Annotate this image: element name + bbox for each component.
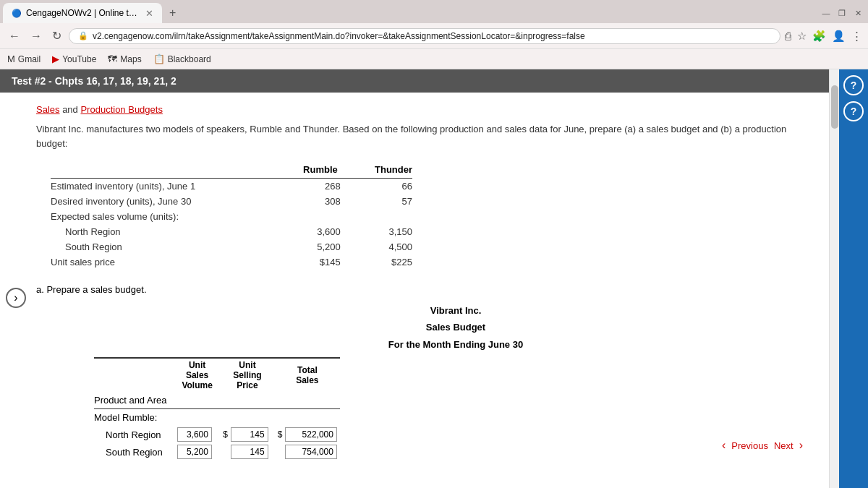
north-region-row[interactable]: North Region $ $ xyxy=(94,426,340,443)
north-price-input[interactable] xyxy=(231,427,268,442)
bookmark-youtube[interactable]: ▶ YouTube xyxy=(52,53,96,64)
help-button-2[interactable]: ? xyxy=(843,101,864,121)
vibrant-title-line2: Sales Budget xyxy=(94,319,817,335)
vibrant-title-line3: For the Month Ending June 30 xyxy=(94,336,817,353)
table-row: Expected sales volume (units): xyxy=(51,209,412,224)
chevron-right-icon: › xyxy=(799,439,803,452)
gmail-icon: M xyxy=(7,53,15,64)
col-unit-sales-header: Unit Sales Volume xyxy=(174,358,220,392)
col-unit-selling-header: Unit Selling Price xyxy=(220,358,274,392)
table-row: Unit sales price $145 $225 xyxy=(51,254,412,270)
tab-close-icon[interactable]: ✕ xyxy=(145,8,153,19)
bookmarks-bar: M Gmail ▶ YouTube 🗺 Maps 📋 Blackboard xyxy=(0,49,868,69)
col-rumble-header: Rumble xyxy=(297,162,355,179)
bookmark-blackboard[interactable]: 📋 Blackboard xyxy=(153,53,211,64)
south-region-label: South Region xyxy=(94,443,174,461)
maps-icon: 🗺 xyxy=(108,53,117,64)
youtube-icon: ▶ xyxy=(52,53,59,64)
production-link[interactable]: Production Budgets xyxy=(80,104,162,115)
bookmark-gmail[interactable]: M Gmail xyxy=(7,53,41,64)
new-tab-button[interactable]: + xyxy=(165,7,180,20)
main-body: Sales and Production Budgets Vibrant Inc… xyxy=(0,93,839,472)
col-total-sales-header: Total Sales xyxy=(275,358,340,392)
bookmark-maps[interactable]: 🗺 Maps xyxy=(108,53,141,64)
forward-button[interactable]: → xyxy=(27,28,45,44)
dollar-sign-2: $ xyxy=(278,429,283,440)
table-row: South Region 5,200 4,500 xyxy=(51,239,412,254)
lock-icon: 🔒 xyxy=(78,31,88,40)
table-row: Desired inventory (units), June 30 308 5… xyxy=(51,194,412,209)
and-text: and xyxy=(60,104,81,115)
tab-bar: 🔵 CengageNOWv2 | Online teachin ✕ + — ❐ … xyxy=(0,0,868,23)
extension-icon[interactable]: 🧩 xyxy=(812,30,826,43)
south-volume-input[interactable] xyxy=(177,445,212,459)
north-volume-input[interactable] xyxy=(177,427,212,442)
address-text: v2.cengagenow.com/ilrn/takeAssignment/ta… xyxy=(93,31,771,41)
menu-icon[interactable]: ⋮ xyxy=(851,30,862,43)
table-row: Model Rumble: xyxy=(94,409,340,427)
scrollable-content: Test #2 - Chpts 16, 17, 18, 19, 21, 2 › … xyxy=(0,69,839,488)
tab-favicon: 🔵 xyxy=(12,9,22,18)
chevron-left-icon: ‹ xyxy=(722,439,726,452)
help-button-1[interactable]: ? xyxy=(843,75,864,95)
scrollbar[interactable] xyxy=(829,69,839,488)
col-thunder-header: Thunder xyxy=(355,162,412,179)
expand-arrow-button[interactable]: › xyxy=(6,288,26,308)
south-region-row[interactable]: South Region $ $ xyxy=(94,443,340,461)
section-title: Sales and Production Budgets xyxy=(36,104,817,115)
test-header: Test #2 - Chpts 16, 17, 18, 19, 21, 2 xyxy=(0,69,839,93)
model-rumble-label: Model Rumble: xyxy=(94,409,174,427)
restore-button[interactable]: ❐ xyxy=(836,7,848,19)
problem-description: Vibrant Inc. manufactures two models of … xyxy=(36,122,817,150)
active-tab[interactable]: 🔵 CengageNOWv2 | Online teachin ✕ xyxy=(3,3,162,23)
browser-chrome: 🔵 CengageNOWv2 | Online teachin ✕ + — ❐ … xyxy=(0,0,868,69)
north-region-label: North Region xyxy=(94,426,174,443)
bookmark-icon[interactable]: ☆ xyxy=(797,30,807,43)
content-area: Test #2 - Chpts 16, 17, 18, 19, 21, 2 › … xyxy=(0,69,868,488)
previous-link[interactable]: Previous xyxy=(731,440,768,451)
south-total-input[interactable] xyxy=(285,445,337,459)
sales-link[interactable]: Sales xyxy=(36,104,60,115)
question-a-label: a. Prepare a sales budget. xyxy=(36,284,817,295)
vibrant-title-line1: Vibrant Inc. xyxy=(94,302,817,319)
table-row: Estimated inventory (units), June 1 268 … xyxy=(51,179,412,194)
data-table: Rumble Thunder Estimated inventory (unit… xyxy=(51,162,412,270)
close-button[interactable]: ✕ xyxy=(852,7,864,19)
share-icon[interactable]: ⎙ xyxy=(785,30,791,42)
right-panel: ? ? xyxy=(839,69,868,488)
nav-bar: ← → ↻ 🔒 v2.cengagenow.com/ilrn/takeAssig… xyxy=(0,23,868,49)
budget-table: Unit Sales Volume Unit Selling Price Tot… xyxy=(94,357,340,461)
tab-label: CengageNOWv2 | Online teachin xyxy=(26,8,141,18)
test-title: Test #2 - Chpts 16, 17, 18, 19, 21, 2 xyxy=(12,75,176,87)
next-link[interactable]: Next xyxy=(774,440,793,451)
table-row: Product and Area xyxy=(94,392,340,409)
south-price-input[interactable] xyxy=(231,445,268,459)
dollar-sign-1: $ xyxy=(223,429,228,440)
product-area-label: Product and Area xyxy=(94,392,174,409)
scrollbar-thumb[interactable] xyxy=(831,85,838,129)
blackboard-icon: 📋 xyxy=(153,53,165,64)
north-total-input[interactable] xyxy=(285,427,337,442)
table-row: North Region 3,600 3,150 xyxy=(51,224,412,239)
vibrant-section: Vibrant Inc. Sales Budget For the Month … xyxy=(94,302,817,461)
refresh-button[interactable]: ↻ xyxy=(49,27,64,44)
back-button[interactable]: ← xyxy=(6,28,23,44)
minimize-button[interactable]: — xyxy=(820,7,832,19)
address-bar[interactable]: 🔒 v2.cengagenow.com/ilrn/takeAssignment/… xyxy=(69,28,780,44)
prev-next-nav: ‹ Previous Next › xyxy=(722,436,803,455)
profile-icon[interactable]: 👤 xyxy=(832,30,846,43)
